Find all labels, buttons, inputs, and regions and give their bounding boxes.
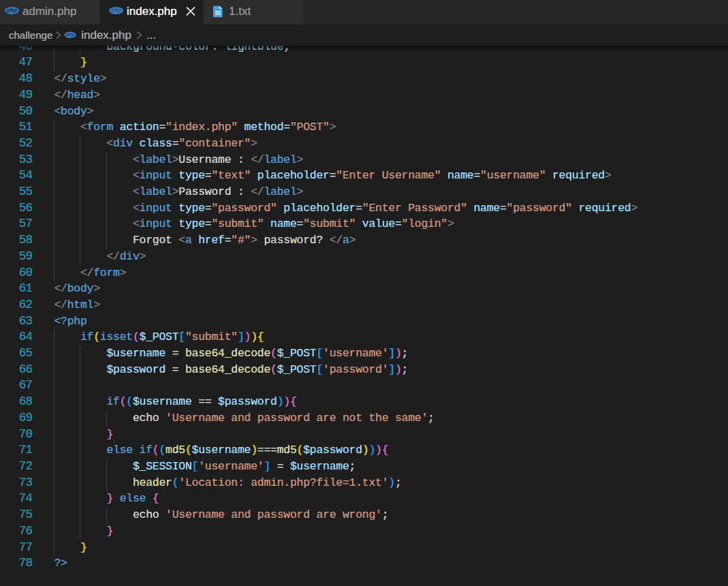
svg-text:php: php — [6, 7, 18, 14]
svg-text:php: php — [65, 32, 76, 37]
svg-text:php: php — [110, 7, 122, 14]
